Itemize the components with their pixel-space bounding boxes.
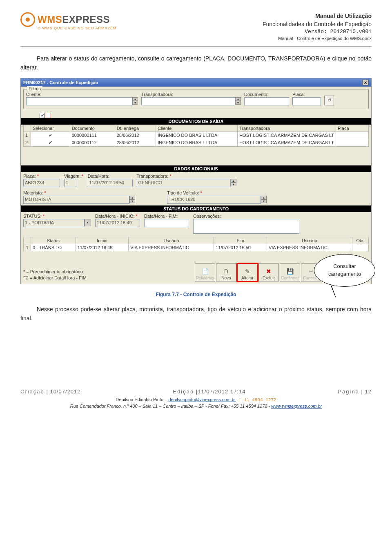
cell-sel[interactable]: ✔	[31, 132, 70, 139]
logo-text: WMSEXPRESS	[38, 14, 110, 25]
status-select[interactable]: 1 - PORTARIA	[23, 219, 85, 227]
close-icon[interactable]: ✕	[362, 80, 369, 85]
figure-caption: Figura 7.7 - Controle de Expedição	[20, 292, 372, 297]
status-obs-label: Observações:	[193, 214, 299, 219]
save-icon: 💾	[286, 268, 294, 275]
alterar-button[interactable]: ✎Alterar	[237, 263, 258, 281]
footer-site-link[interactable]: www.wmsexpress.com.br	[271, 404, 322, 409]
novo-button[interactable]: 🗋Novo	[216, 263, 236, 281]
status-inicio-input[interactable]: 11/07/2012 16:49	[95, 219, 140, 227]
refresh-button[interactable]: ↺	[324, 96, 334, 105]
pagina-label: Página	[338, 388, 359, 395]
window-title: FRM00217 - Controle de Expedição	[23, 80, 98, 85]
filters-group: Filtros Cliente: ▲▼ Transportadora: ▲▼ D…	[23, 89, 369, 109]
col-dtentrega[interactable]: Dt. entrega	[115, 125, 156, 132]
dados-tipo-spinner[interactable]: ▲▼	[261, 196, 267, 204]
transportadora-label: Transportadora:	[141, 92, 241, 97]
pagina-val: 12	[365, 388, 372, 395]
scell-fim: 11/07/2012 16:50	[214, 244, 267, 251]
logo-block: WMSEXPRESS O WMS QUE CABE NO SEU ARMAZÉM	[20, 12, 117, 30]
col-transportadora[interactable]: Transportadora	[238, 125, 336, 132]
cell-dt: 28/06/2012	[115, 132, 156, 139]
dados-transp-spinner[interactable]: ▲▼	[231, 179, 236, 187]
alterar-label: Alterar	[241, 276, 253, 280]
footer-address: Rua Comendador Franco, n.º 400 – Sala 11…	[70, 404, 272, 409]
author-phone: | 11 4594 1272	[236, 397, 276, 402]
status-obs-input[interactable]	[193, 219, 299, 234]
logo: WMSEXPRESS	[20, 12, 117, 27]
transportadora-spinner[interactable]: ▲▼	[235, 97, 241, 105]
cell-placa	[336, 139, 369, 146]
dados-section-title: DADOS ADICIONAIS	[21, 165, 371, 172]
cliente-label: Cliente:	[26, 92, 138, 97]
dados-motorista-spinner[interactable]: ▲▼	[129, 196, 135, 204]
cell-doc: 0000000111	[70, 132, 115, 139]
confirmar-label: Confirmar	[281, 276, 299, 280]
scell-inicio: 11/07/2012 16:46	[76, 244, 129, 251]
logo-tagline: O WMS QUE CABE NO SEU ARMAZÉM	[38, 26, 117, 30]
report-icon: 📄	[201, 268, 209, 275]
status-fim-input[interactable]	[144, 219, 189, 227]
cell-tra: HOST LOGISTICA ARMAZEM DE CARGAS LT	[238, 139, 336, 146]
logo-wms: WMS	[38, 14, 62, 25]
select-all-checkbox[interactable]: ✔	[40, 113, 45, 118]
scol-fim[interactable]: Fim	[214, 237, 267, 244]
scell-obs	[352, 244, 368, 251]
relatorios-button[interactable]: 📄Relatórios	[195, 263, 215, 281]
transportadora-input[interactable]	[141, 97, 235, 105]
cell-doc: 0000000112	[70, 139, 115, 146]
relatorios-label: Relatórios	[196, 276, 214, 280]
callout-line1: Consultar	[333, 263, 356, 270]
col-cliente[interactable]: Cliente	[156, 125, 238, 132]
dados-viagem-input[interactable]: 1	[64, 179, 76, 187]
confirmar-button[interactable]: 💾Confirmar	[280, 263, 300, 281]
col-placa[interactable]: Placa	[336, 125, 369, 132]
status-section-title: STATUS DO CARREGAMENTO	[21, 205, 371, 212]
col-selecionar[interactable]: Selecionar	[31, 125, 70, 132]
placa-input[interactable]	[292, 97, 321, 105]
status-dropdown-icon[interactable]: ▾	[85, 219, 91, 227]
page-footer: Criação | 10/07/2012 Edição |11/07/2012 …	[20, 388, 372, 409]
cell-sel[interactable]: ✔	[31, 139, 70, 146]
cliente-input[interactable]	[26, 97, 132, 105]
dados-datahora-input[interactable]: 11/07/2012 16:50	[88, 179, 133, 187]
refresh-icon: ↺	[327, 98, 331, 103]
table-row[interactable]: 1 ✔ 0000000111 28/06/2012 INGENICO DO BR…	[24, 132, 369, 139]
scell-status: 0 - TRÂNSITO	[31, 244, 76, 251]
dados-motorista-label: Motorista:	[23, 190, 135, 195]
dados-motorista-input[interactable]: MOTORISTA	[23, 196, 129, 204]
placa-label: Placa:	[292, 92, 321, 97]
scol-usuario1[interactable]: Usuário	[129, 237, 214, 244]
documento-input[interactable]	[244, 97, 289, 105]
dados-datahora-label: Data/Hora:	[88, 174, 133, 179]
scol-usuario2[interactable]: Usuário	[267, 237, 352, 244]
dados-placa-input[interactable]: ABC1234	[23, 179, 60, 187]
table-row[interactable]: 1 0 - TRÂNSITO 11/07/2012 16:46 VIA EXPR…	[24, 244, 369, 251]
delete-icon: ✖	[265, 268, 273, 275]
dados-tipo-input[interactable]: TRUCK 1620	[167, 196, 261, 204]
dados-transp-input[interactable]: GENÉRICO	[137, 179, 231, 187]
edicao-label: Edição	[173, 388, 194, 395]
cell-placa	[336, 132, 369, 139]
dados-transp-label: Transportadora:	[137, 174, 236, 179]
col-documento[interactable]: Documento	[70, 125, 115, 132]
app-window: FRM00217 - Controle de Expedição ✕ Filtr…	[20, 78, 372, 284]
excluir-button[interactable]: ✖Excluir	[258, 263, 279, 281]
titlebar: FRM00217 - Controle de Expedição ✕	[21, 78, 371, 87]
cell-cli: INGENICO DO BRASIL LTDA	[156, 132, 238, 139]
gear-icon	[20, 12, 35, 27]
scol-inicio[interactable]: Inicio	[76, 237, 129, 244]
deselect-all-checkbox[interactable]	[46, 113, 51, 118]
filters-legend: Filtros	[27, 86, 42, 91]
author-email-link[interactable]: denilsonpinto@viaexpress.com.br	[168, 397, 236, 402]
dados-placa-label: Placa:	[23, 174, 60, 179]
docs-section-title: DOCUMENTOS DE SAÍDA	[21, 118, 371, 125]
scol-obs[interactable]: Obs	[352, 237, 368, 244]
scol-status[interactable]: Status	[31, 237, 76, 244]
table-row[interactable]: 2 ✔ 0000000112 28/06/2012 INGENICO DO BR…	[24, 139, 369, 146]
criacao-label: Criação	[20, 388, 45, 395]
excluir-label: Excluir	[263, 276, 275, 280]
legend-mandatory: * = Preenchimento obrigatório	[23, 269, 87, 275]
new-icon: 🗋	[222, 268, 230, 275]
cliente-spinner[interactable]: ▲▼	[132, 97, 138, 105]
